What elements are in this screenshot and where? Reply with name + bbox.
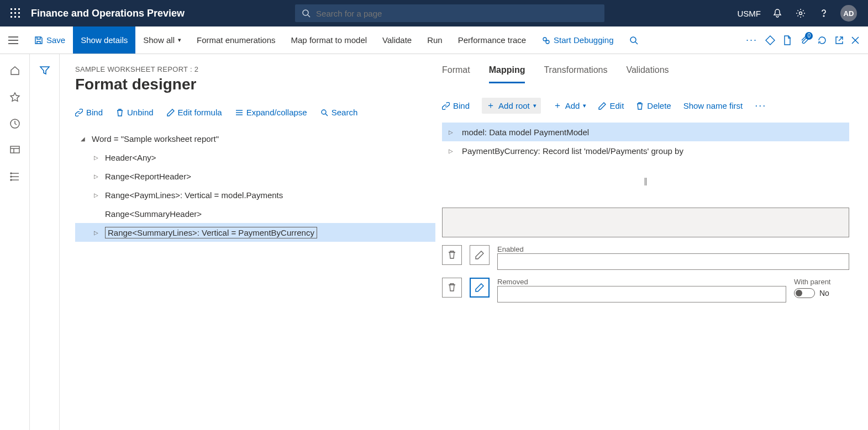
debug-icon bbox=[541, 36, 550, 45]
breadcrumb: SAMPLE WORKSHEET REPORT : 2 bbox=[75, 65, 435, 73]
validate-button[interactable]: Validate bbox=[375, 26, 419, 54]
search-label: Search bbox=[332, 108, 358, 117]
clock-icon[interactable] bbox=[9, 118, 20, 129]
delete-enabled-icon[interactable] bbox=[442, 245, 462, 265]
expand-icon[interactable]: ▷ bbox=[92, 192, 101, 198]
show-name-first-button[interactable]: Show name first bbox=[683, 101, 743, 110]
start-debugging-button[interactable]: Start Debugging bbox=[534, 26, 621, 54]
refresh-icon[interactable] bbox=[817, 35, 827, 45]
add-button[interactable]: ＋Add▾ bbox=[553, 100, 587, 112]
app-launcher-icon[interactable] bbox=[4, 8, 27, 18]
search-button[interactable]: Search bbox=[320, 108, 358, 117]
company-label[interactable]: USMF bbox=[738, 9, 761, 18]
collapse-icon[interactable]: ◢ bbox=[78, 136, 87, 142]
bind-button-right[interactable]: Bind bbox=[442, 101, 470, 110]
unbind-button[interactable]: Unbind bbox=[116, 108, 154, 117]
tab-mapping[interactable]: Mapping bbox=[489, 65, 525, 83]
expand-icon[interactable]: ▷ bbox=[446, 148, 455, 154]
expand-icon[interactable]: ▷ bbox=[92, 155, 101, 161]
search-icon bbox=[320, 109, 328, 116]
add-root-button[interactable]: ＋Add root▾ bbox=[482, 98, 541, 114]
search-action-icon[interactable] bbox=[622, 26, 646, 54]
more-icon[interactable]: ··· bbox=[746, 34, 757, 46]
tab-format[interactable]: Format bbox=[442, 65, 470, 83]
tree-root[interactable]: ◢Word = "Sample worksheet report" bbox=[75, 129, 435, 148]
filter-rail bbox=[30, 54, 60, 430]
delete-removed-icon[interactable] bbox=[442, 278, 462, 298]
close-icon[interactable] bbox=[851, 36, 859, 44]
show-all-button[interactable]: Show all▾ bbox=[135, 26, 189, 54]
run-button[interactable]: Run bbox=[419, 26, 450, 54]
svg-rect-0 bbox=[10, 8, 12, 10]
expand-label: Expand/collapse bbox=[246, 108, 307, 117]
mapping-toolbar: Bind ＋Add root▾ ＋Add▾ Edit Delete Show n… bbox=[442, 98, 849, 114]
edit-removed-icon[interactable] bbox=[470, 278, 490, 298]
link-icon bbox=[442, 102, 450, 110]
edit-button[interactable]: Edit bbox=[598, 101, 624, 110]
trash-icon bbox=[116, 109, 124, 116]
gear-icon[interactable] bbox=[794, 7, 807, 20]
tab-validations[interactable]: Validations bbox=[626, 65, 669, 83]
bind-button[interactable]: Bind bbox=[75, 108, 103, 117]
svg-rect-25 bbox=[10, 146, 19, 153]
modules-icon[interactable] bbox=[9, 171, 20, 182]
expand-icon[interactable]: ▷ bbox=[446, 129, 455, 135]
global-search-input[interactable] bbox=[316, 9, 598, 18]
actionbar-right-icons: ··· bbox=[746, 26, 868, 54]
tree-node-header[interactable]: ▷Header<Any> bbox=[75, 148, 435, 167]
expression-box[interactable] bbox=[442, 208, 849, 237]
save-button[interactable]: Save bbox=[27, 26, 73, 54]
document-icon[interactable] bbox=[783, 35, 792, 45]
mapping-row-paymentbycurrency[interactable]: ▷PaymentByCurrency: Record list 'model/P… bbox=[442, 141, 849, 160]
avatar[interactable]: AD bbox=[840, 5, 857, 22]
delete-button[interactable]: Delete bbox=[636, 101, 671, 110]
edit-formula-button[interactable]: Edit formula bbox=[167, 108, 222, 117]
splitter[interactable]: ‖ bbox=[442, 177, 849, 185]
format-enumerations-button[interactable]: Format enumerations bbox=[189, 26, 283, 54]
svg-point-11 bbox=[799, 12, 802, 15]
global-search[interactable] bbox=[295, 4, 604, 22]
save-icon bbox=[34, 36, 43, 45]
delete-label: Delete bbox=[647, 101, 671, 110]
star-icon[interactable] bbox=[9, 92, 20, 103]
svg-line-21 bbox=[839, 37, 843, 41]
notification-icon[interactable] bbox=[771, 7, 784, 20]
tree-node-label: Range<ReportHeader> bbox=[105, 172, 191, 181]
show-details-button[interactable]: Show details bbox=[73, 26, 135, 54]
diamond-icon[interactable] bbox=[765, 35, 775, 45]
map-format-button[interactable]: Map format to model bbox=[283, 26, 375, 54]
removed-input[interactable] bbox=[497, 286, 786, 302]
attachment-icon[interactable] bbox=[799, 35, 809, 45]
svg-point-9 bbox=[303, 10, 308, 15]
help-icon[interactable] bbox=[817, 7, 830, 20]
tree-node-summarylines[interactable]: ▷Range<SummaryLines>: Vertical = Payment… bbox=[75, 223, 435, 242]
tree-node-summaryheader[interactable]: ▷Range<SummaryHeader> bbox=[75, 204, 435, 223]
popout-icon[interactable] bbox=[835, 36, 844, 45]
workspace-icon[interactable] bbox=[9, 145, 20, 156]
tab-transformations[interactable]: Transformations bbox=[544, 65, 607, 83]
mapping-row-label: PaymentByCurrency: Record list 'model/Pa… bbox=[462, 146, 683, 156]
performance-trace-button[interactable]: Performance trace bbox=[450, 26, 534, 54]
expand-collapse-button[interactable]: Expand/collapse bbox=[235, 108, 307, 117]
trash-icon bbox=[636, 102, 644, 110]
expand-icon[interactable]: ▷ bbox=[92, 230, 101, 236]
more-icon[interactable]: ··· bbox=[755, 100, 766, 112]
svg-rect-4 bbox=[14, 12, 16, 14]
mapping-row-model[interactable]: ▷model: Data model PaymentModel bbox=[442, 123, 849, 141]
edit-formula-label: Edit formula bbox=[178, 108, 222, 117]
format-tree: ◢Word = "Sample worksheet report" ▷Heade… bbox=[75, 129, 435, 242]
removed-label: Removed bbox=[497, 278, 786, 286]
home-icon[interactable] bbox=[9, 65, 20, 76]
hamburger-icon[interactable] bbox=[0, 26, 27, 54]
with-parent-toggle[interactable] bbox=[794, 288, 815, 298]
expand-icon[interactable]: ▷ bbox=[92, 173, 101, 179]
filter-icon[interactable] bbox=[39, 65, 50, 430]
enabled-input[interactable] bbox=[497, 253, 849, 270]
tree-node-reportheader[interactable]: ▷Range<ReportHeader> bbox=[75, 167, 435, 185]
pencil-icon bbox=[167, 109, 175, 116]
svg-line-38 bbox=[325, 114, 328, 116]
edit-enabled-icon[interactable] bbox=[470, 245, 490, 265]
tree-node-label: Range<SummaryLines>: Vertical = PaymentB… bbox=[105, 227, 317, 238]
tree-root-label: Word = "Sample worksheet report" bbox=[92, 134, 219, 144]
tree-node-paymlines[interactable]: ▷Range<PaymLines>: Vertical = model.Paym… bbox=[75, 185, 435, 204]
